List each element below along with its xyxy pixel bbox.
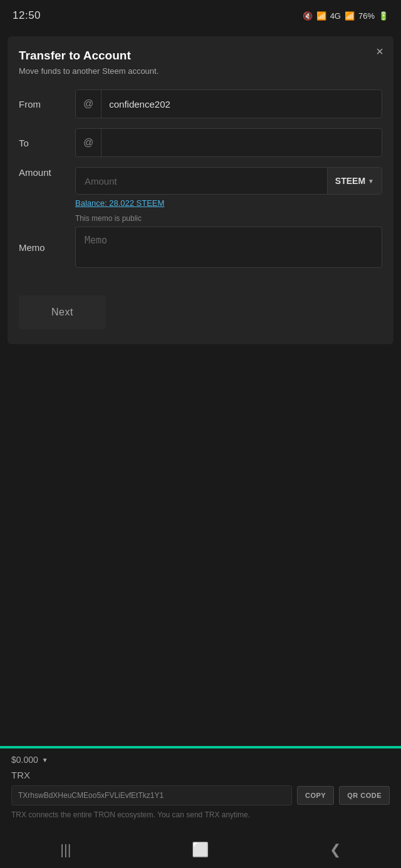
bottom-content: $0.000 ▼ TRX TXrhswBdXHeuCMEoo5xFVLiEvfE… [0,748,401,835]
memo-input-wrapper [75,227,382,268]
address-row: TXrhswBdXHeuCMEoo5xFVLiEvfEtTkz1Y1 COPY … [11,785,390,805]
from-label: From [19,99,75,110]
memo-input[interactable] [76,227,382,265]
memo-row: Memo [19,227,382,268]
nav-bar: ||| ⬜ ❮ [0,835,401,868]
signal-icon: 📶 [316,11,326,21]
qr-code-button[interactable]: QR CODE [339,786,390,805]
copy-button[interactable]: COPY [297,786,334,805]
transfer-modal: × Transfer to Account Move funds to anot… [8,36,393,344]
memo-label: Memo [19,242,75,253]
amount-input-wrapper: STEEM ▼ [75,167,382,195]
to-input[interactable] [102,129,382,156]
from-input[interactable] [102,90,382,118]
from-input-wrapper: @ [75,89,382,118]
status-bar: 12:50 🔇 📶 4G 📶 76% 🔋 [0,0,401,31]
currency-selector[interactable]: STEEM ▼ [327,167,382,195]
nav-menu-icon[interactable]: ||| [60,842,71,858]
amount-row: Amount STEEM ▼ [19,167,382,195]
mute-icon: 🔇 [303,11,313,21]
from-row: From @ [19,89,382,118]
close-button[interactable]: × [376,45,383,58]
status-time: 12:50 [13,9,41,22]
trx-label: TRX [11,770,390,780]
modal-subtitle: Move funds to another Steem account. [19,66,382,76]
trx-description: TRX connects the entire TRON ecosystem. … [11,810,390,819]
modal-title: Transfer to Account [19,49,382,63]
empty-space [0,349,401,681]
bottom-section: $0.000 ▼ TRX TXrhswBdXHeuCMEoo5xFVLiEvfE… [0,746,401,868]
price-value: $0.000 [11,755,38,765]
trx-address: TXrhswBdXHeuCMEoo5xFVLiEvfEtTkz1Y1 [11,785,292,805]
to-input-wrapper: @ [75,128,382,157]
next-button[interactable]: Next [19,295,106,329]
to-label: To [19,138,75,148]
currency-label: STEEM [335,176,365,186]
currency-chevron-icon: ▼ [368,178,374,185]
to-at-symbol: @ [76,129,102,156]
memo-public-note: This memo is public [75,214,382,223]
battery-label: 76% [358,11,375,21]
amount-label: Amount [19,167,75,178]
nav-home-icon[interactable]: ⬜ [192,842,209,858]
amount-input[interactable] [76,167,327,195]
from-at-symbol: @ [76,90,102,118]
balance-display[interactable]: Balance: 28.022 STEEM [75,198,382,208]
price-chevron-icon[interactable]: ▼ [42,757,48,763]
battery-icon: 🔋 [378,11,388,21]
status-icons: 🔇 📶 4G 📶 76% 🔋 [303,11,388,21]
nav-back-icon[interactable]: ❮ [330,842,341,858]
network-label: 4G [330,11,341,21]
to-row: To @ [19,128,382,157]
price-row: $0.000 ▼ [11,755,390,765]
signal2-icon: 📶 [345,11,355,21]
